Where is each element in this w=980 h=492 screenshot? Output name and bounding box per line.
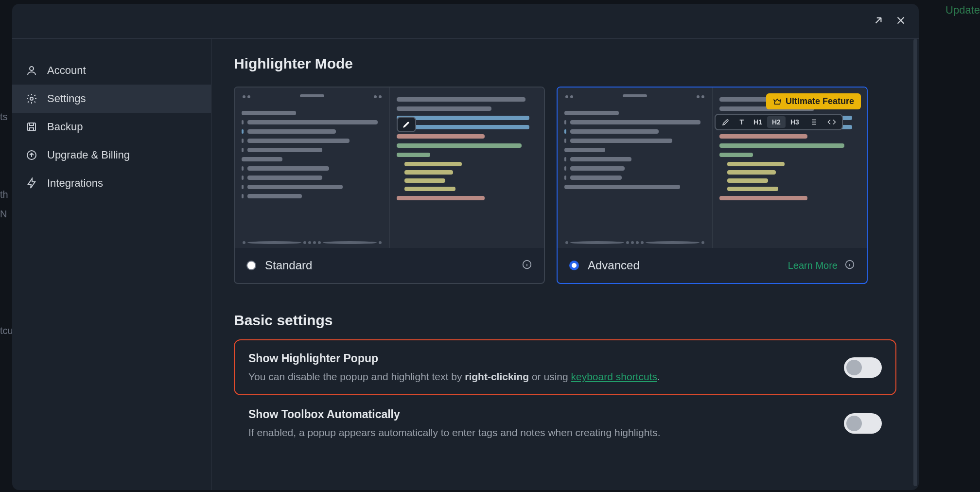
advanced-label: Advanced <box>588 259 640 272</box>
svg-point-1 <box>30 67 34 70</box>
upgrade-icon <box>26 149 37 161</box>
open-external-icon[interactable] <box>872 14 885 29</box>
sidebar-item-account[interactable]: Account <box>12 56 211 85</box>
background-update-link[interactable]: Update <box>945 4 980 17</box>
advanced-formatting-toolbar: T H1 H2 H3 <box>715 114 843 130</box>
sidebar-item-label: Account <box>47 64 86 77</box>
section-title-basic-settings: Basic settings <box>234 312 896 329</box>
info-icon[interactable] <box>844 259 855 272</box>
user-icon <box>26 65 37 76</box>
sidebar-item-label: Settings <box>47 92 86 105</box>
modal-header <box>12 4 919 39</box>
sidebar-item-settings[interactable]: Settings <box>12 85 211 113</box>
standard-radio[interactable] <box>246 261 256 270</box>
ultimate-feature-badge: Ultimate Feature <box>766 93 861 109</box>
setting-title: Show Toolbox Automatically <box>248 408 661 421</box>
highlighter-mode-advanced-card[interactable]: T H1 H2 H3 Ultimate F <box>557 87 868 284</box>
setting-description: If enabled, a popup appears automaticall… <box>248 427 661 439</box>
standard-label: Standard <box>265 259 312 272</box>
crown-icon <box>773 97 782 106</box>
show-highlighter-popup-row: Show Highlighter Popup You can disable t… <box>234 339 896 395</box>
highlighter-pen-icon <box>397 117 416 132</box>
code-icon <box>822 116 841 128</box>
modal-scrollbar[interactable] <box>913 39 917 486</box>
sidebar-item-upgrade-billing[interactable]: Upgrade & Billing <box>12 141 211 169</box>
learn-more-link[interactable]: Learn More <box>788 260 838 271</box>
setting-title: Show Highlighter Popup <box>248 352 660 365</box>
close-icon[interactable] <box>894 14 907 29</box>
standard-preview <box>235 88 544 248</box>
setting-description: You can disable the popup and highlight … <box>248 371 660 383</box>
save-icon <box>26 121 37 133</box>
show-toolbox-automatically-toggle[interactable] <box>844 413 882 434</box>
bolt-icon <box>26 177 37 189</box>
show-highlighter-popup-toggle[interactable] <box>844 357 882 378</box>
info-icon[interactable] <box>522 259 532 272</box>
gear-icon <box>26 93 37 105</box>
text-tool-button: T <box>735 116 749 128</box>
sidebar-item-label: Backup <box>47 121 83 133</box>
settings-sidebar: Account Settings Backup Upgrade & Billin… <box>12 39 211 490</box>
sidebar-item-label: Integrations <box>47 177 103 190</box>
svg-rect-3 <box>28 123 35 131</box>
sidebar-item-label: Upgrade & Billing <box>47 149 130 161</box>
settings-modal: Account Settings Backup Upgrade & Billin… <box>12 4 919 490</box>
svg-point-2 <box>30 97 33 100</box>
highlighter-pen-icon <box>717 116 735 128</box>
h1-button: H1 <box>749 116 767 128</box>
section-title-highlighter-mode: Highlighter Mode <box>234 55 896 72</box>
keyboard-shortcuts-link[interactable]: keyboard shortcuts <box>571 371 657 382</box>
h2-button: H2 <box>767 116 786 128</box>
advanced-radio[interactable] <box>569 261 579 270</box>
list-icon <box>804 116 822 128</box>
advanced-preview: T H1 H2 H3 Ultimate F <box>558 88 867 248</box>
sidebar-item-backup[interactable]: Backup <box>12 113 211 141</box>
highlighter-mode-standard-card[interactable]: Standard <box>234 87 545 284</box>
sidebar-item-integrations[interactable]: Integrations <box>12 169 211 197</box>
show-toolbox-automatically-row: Show Toolbox Automatically If enabled, a… <box>234 395 896 451</box>
settings-main-panel: Highlighter Mode <box>211 39 919 490</box>
h3-button: H3 <box>786 116 804 128</box>
